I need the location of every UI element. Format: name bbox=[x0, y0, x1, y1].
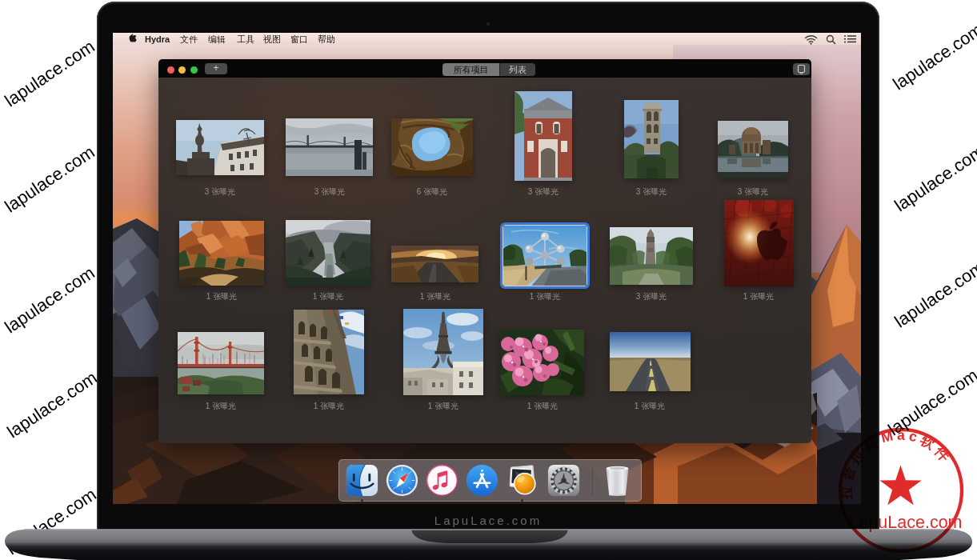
svg-text:LapuLace.com: LapuLace.com bbox=[849, 513, 962, 532]
